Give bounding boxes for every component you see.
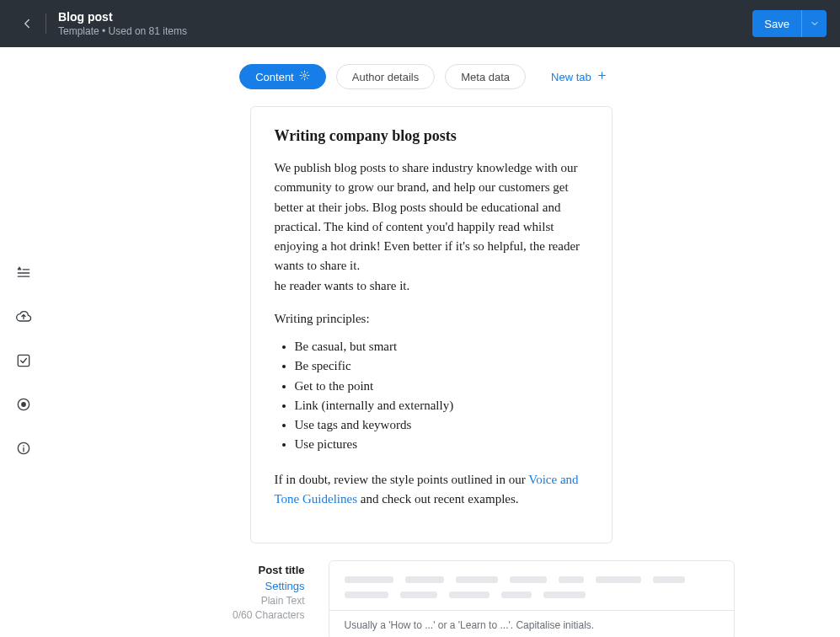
post-title-input[interactable]: Usually a 'How to ...' or a 'Learn to ..… — [329, 560, 735, 637]
instructions-heading: Writing company blog posts — [275, 127, 588, 145]
instructions-card: Writing company blog posts We publish bl… — [250, 106, 613, 543]
tab-author-label: Author details — [352, 71, 420, 83]
chevron-left-icon — [19, 16, 35, 31]
left-sidebar — [0, 47, 47, 637]
page-subtitle: Template • Used on 81 items — [58, 25, 752, 37]
sidebar-checkbox[interactable] — [8, 345, 39, 376]
field-sidebar: Post title Settings Plain Text 0/60 Char… — [128, 560, 305, 637]
header-divider — [45, 13, 46, 34]
placeholder-skeleton — [329, 561, 734, 610]
sidebar-radio[interactable] — [8, 389, 39, 420]
list-item: Be specific — [295, 356, 588, 376]
instructions-closing: If in doubt, review the style points out… — [275, 470, 588, 510]
info-icon — [15, 440, 32, 457]
tab-content-label: Content — [255, 71, 294, 83]
sidebar-instructions[interactable] — [8, 258, 39, 288]
field-type: Plain Text — [128, 595, 305, 607]
field-hint: Usually a 'How to ...' or a 'Learn to ..… — [329, 610, 734, 637]
svg-point-2 — [21, 402, 26, 407]
list-item: Use tags and keywords — [295, 415, 588, 435]
tab-new-label: New tab — [551, 71, 591, 83]
gear-icon — [299, 70, 310, 83]
tab-content[interactable]: Content — [239, 64, 326, 89]
cloud-upload-icon — [15, 308, 32, 325]
svg-point-4 — [23, 445, 24, 447]
tab-meta-data[interactable]: Meta data — [445, 64, 526, 89]
chevron-down-icon — [810, 19, 820, 29]
field-settings-link[interactable]: Settings — [128, 580, 305, 592]
tabs-bar: Content Author details Meta data New tab — [47, 64, 815, 89]
tab-new[interactable]: New tab — [536, 64, 623, 89]
back-button[interactable] — [13, 10, 40, 37]
list-item: Get to the point — [295, 377, 588, 396]
save-button-label: Save — [752, 18, 801, 30]
list-item: Use pictures — [295, 435, 588, 454]
field-post-title: Post title Settings Plain Text 0/60 Char… — [128, 560, 735, 637]
radio-icon — [15, 396, 32, 413]
list-item: Be casual, but smart — [295, 337, 588, 356]
instructions-paragraph: We publish blog posts to share industry … — [275, 158, 588, 296]
svg-point-5 — [303, 74, 306, 77]
plus-icon — [597, 70, 607, 83]
text-icon — [15, 265, 32, 281]
list-item: Link (internally and externally) — [295, 396, 588, 415]
header-title-block: Blog post Template • Used on 81 items — [58, 10, 752, 37]
field-char-count: 0/60 Characters — [128, 609, 305, 621]
tab-author-details[interactable]: Author details — [336, 64, 436, 89]
save-button[interactable]: Save — [752, 10, 827, 37]
checkbox-icon — [15, 352, 32, 369]
svg-rect-0 — [18, 355, 29, 366]
sidebar-upload[interactable] — [8, 302, 39, 332]
principles-list: Be casual, but smart Be specific Get to … — [275, 337, 588, 455]
tab-meta-label: Meta data — [461, 71, 510, 83]
page-title: Blog post — [58, 10, 752, 24]
sidebar-info[interactable] — [8, 433, 39, 463]
principles-label: Writing principles: — [275, 309, 588, 329]
field-label: Post title — [128, 564, 305, 576]
save-dropdown-toggle[interactable] — [801, 10, 827, 37]
header-bar: Blog post Template • Used on 81 items Sa… — [0, 0, 840, 47]
main-content: Content Author details Meta data New tab — [47, 47, 840, 637]
